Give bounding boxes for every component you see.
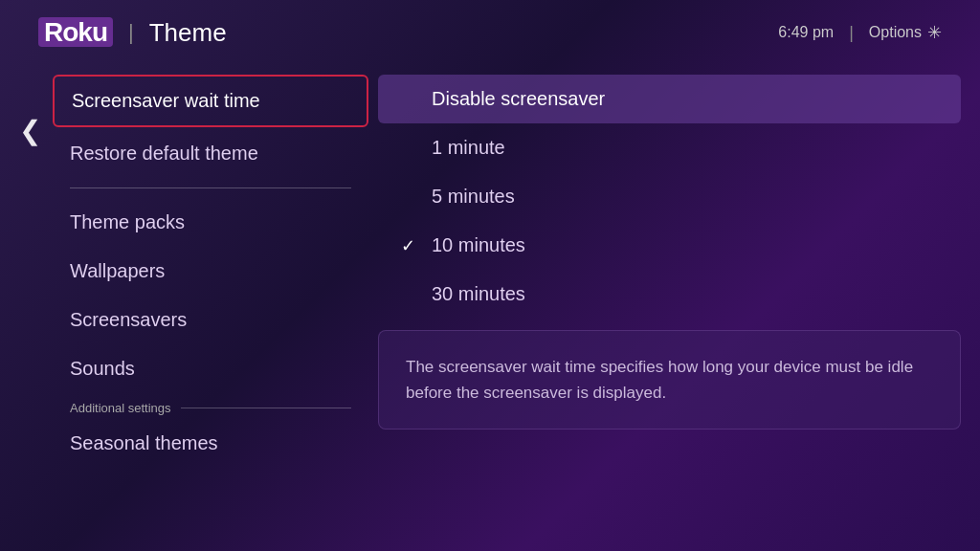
- option-10-minutes[interactable]: ✓ 10 minutes: [378, 221, 961, 270]
- option-label: 1 minute: [432, 137, 505, 159]
- sidebar-item-label: Theme packs: [70, 211, 185, 232]
- option-1-minute[interactable]: 1 minute: [378, 123, 961, 172]
- header-right-divider: |: [849, 23, 854, 43]
- page-title: Theme: [149, 18, 227, 48]
- options-button[interactable]: Options ✳: [869, 22, 942, 43]
- sidebar-item-label: Wallpapers: [70, 260, 165, 281]
- option-5-minutes[interactable]: 5 minutes: [378, 172, 961, 221]
- section-line: [181, 408, 351, 408]
- sidebar-item-seasonal-themes[interactable]: Seasonal themes: [53, 419, 368, 468]
- option-30-minutes[interactable]: 30 minutes: [378, 270, 961, 319]
- menu-divider-1: [70, 187, 351, 188]
- header: Roku | Theme 6:49 pm | Options ✳: [0, 0, 980, 65]
- option-label: 5 minutes: [432, 186, 515, 208]
- description-box: The screensaver wait time specifies how …: [378, 330, 961, 430]
- back-arrow-icon[interactable]: ❮: [19, 115, 41, 146]
- option-label: Disable screensaver: [432, 88, 605, 110]
- option-disable-screensaver[interactable]: Disable screensaver: [378, 75, 961, 123]
- right-panel: Disable screensaver 1 minute 5 minutes ✓…: [368, 65, 980, 547]
- header-right: 6:49 pm | Options ✳: [778, 22, 942, 43]
- clock-display: 6:49 pm: [778, 24, 834, 41]
- sidebar-item-label: Screensaver wait time: [72, 90, 260, 111]
- sidebar-item-label: Screensavers: [70, 309, 187, 330]
- sidebar-item-theme-packs[interactable]: Theme packs: [53, 198, 368, 247]
- option-label: 30 minutes: [432, 283, 525, 305]
- additional-settings-section: Additional settings: [53, 393, 368, 419]
- option-label: 10 minutes: [432, 234, 525, 256]
- roku-logo: Roku: [38, 17, 113, 48]
- sidebar-item-wallpapers[interactable]: Wallpapers: [53, 247, 368, 296]
- additional-settings-label: Additional settings: [70, 401, 171, 415]
- sidebar-item-label: Restore default theme: [70, 143, 258, 164]
- options-label: Options: [869, 24, 922, 41]
- description-text: The screensaver wait time specifies how …: [406, 358, 913, 402]
- sidebar-item-restore-default-theme[interactable]: Restore default theme: [53, 129, 368, 178]
- left-menu: Screensaver wait time Restore default th…: [53, 65, 368, 547]
- options-icon: ✳: [927, 22, 942, 43]
- sidebar-item-sounds[interactable]: Sounds: [53, 344, 368, 393]
- sidebar-item-screensaver-wait-time[interactable]: Screensaver wait time: [53, 75, 368, 127]
- sidebar-back: ❮: [0, 65, 53, 547]
- sidebar-item-screensavers[interactable]: Screensavers: [53, 296, 368, 344]
- sidebar-item-label: Seasonal themes: [70, 432, 218, 453]
- header-divider: |: [128, 20, 134, 45]
- sidebar-item-label: Sounds: [70, 358, 135, 379]
- check-mark-icon: ✓: [401, 235, 420, 256]
- main-content: ❮ Screensaver wait time Restore default …: [0, 65, 980, 547]
